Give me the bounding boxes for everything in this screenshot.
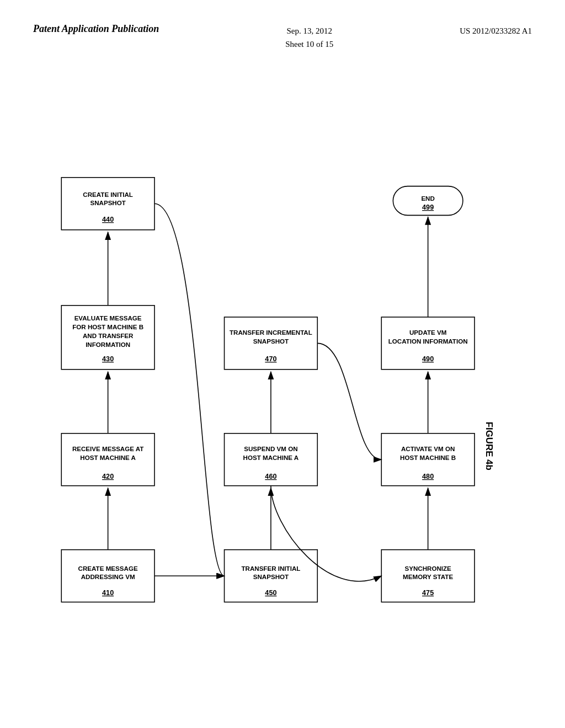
svg-text:475: 475 <box>422 589 434 597</box>
svg-text:490: 490 <box>422 355 434 363</box>
svg-text:430: 430 <box>102 355 114 363</box>
svg-text:SNAPSHOT: SNAPSHOT <box>253 573 289 580</box>
publication-date: Sep. 13, 2012 Sheet 10 of 15 <box>285 22 333 51</box>
svg-text:CREATE INITIAL: CREATE INITIAL <box>83 191 133 198</box>
diagram-area: CREATE MESSAGE ADDRESSING VM 410 RECEIVE… <box>0 62 565 724</box>
svg-text:AND TRANSFER: AND TRANSFER <box>83 332 134 339</box>
flowchart-svg: CREATE MESSAGE ADDRESSING VM 410 RECEIVE… <box>33 73 532 713</box>
page-header: Patent Application Publication Sep. 13, … <box>0 0 565 62</box>
svg-text:SUSPEND VM ON: SUSPEND VM ON <box>244 445 297 452</box>
svg-text:UPDATE VM: UPDATE VM <box>409 329 446 336</box>
svg-text:499: 499 <box>422 204 434 211</box>
svg-text:RECEIVE MESSAGE AT: RECEIVE MESSAGE AT <box>72 445 143 452</box>
svg-text:SNAPSHOT: SNAPSHOT <box>90 199 125 206</box>
svg-text:410: 410 <box>102 589 114 597</box>
svg-text:ADDRESSING VM: ADDRESSING VM <box>81 573 135 580</box>
svg-text:END: END <box>421 195 434 202</box>
svg-text:ACTIVATE VM ON: ACTIVATE VM ON <box>401 445 455 452</box>
publication-title: Patent Application Publication <box>33 22 159 36</box>
svg-text:INFORMATION: INFORMATION <box>86 341 130 348</box>
svg-text:SNAPSHOT: SNAPSHOT <box>253 338 289 345</box>
svg-text:470: 470 <box>265 355 276 363</box>
svg-text:TRANSFER INITIAL: TRANSFER INITIAL <box>241 565 300 572</box>
patent-number: US 2012/0233282 A1 <box>460 22 532 38</box>
figure-label: FIGURE 4b <box>484 422 494 470</box>
svg-text:450: 450 <box>265 589 276 597</box>
curve-470-480 <box>317 343 381 459</box>
curve-440-450 <box>154 204 225 576</box>
svg-text:HOST MACHINE B: HOST MACHINE B <box>400 454 456 461</box>
svg-text:480: 480 <box>422 473 434 480</box>
svg-text:CREATE MESSAGE: CREATE MESSAGE <box>78 565 138 572</box>
svg-text:EVALUATE MESSAGE: EVALUATE MESSAGE <box>74 314 142 322</box>
svg-text:FOR HOST MACHINE B: FOR HOST MACHINE B <box>72 323 143 330</box>
svg-text:TRANSFER INCREMENTAL: TRANSFER INCREMENTAL <box>230 329 312 336</box>
svg-text:HOST MACHINE A: HOST MACHINE A <box>80 454 136 461</box>
svg-text:MEMORY STATE: MEMORY STATE <box>403 573 453 580</box>
svg-text:LOCATION INFORMATION: LOCATION INFORMATION <box>388 338 468 345</box>
svg-text:440: 440 <box>102 216 114 223</box>
svg-text:420: 420 <box>102 473 114 480</box>
svg-text:HOST MACHINE A: HOST MACHINE A <box>243 454 299 461</box>
svg-text:SYNCHRONIZE: SYNCHRONIZE <box>404 565 451 572</box>
svg-text:460: 460 <box>265 473 276 480</box>
